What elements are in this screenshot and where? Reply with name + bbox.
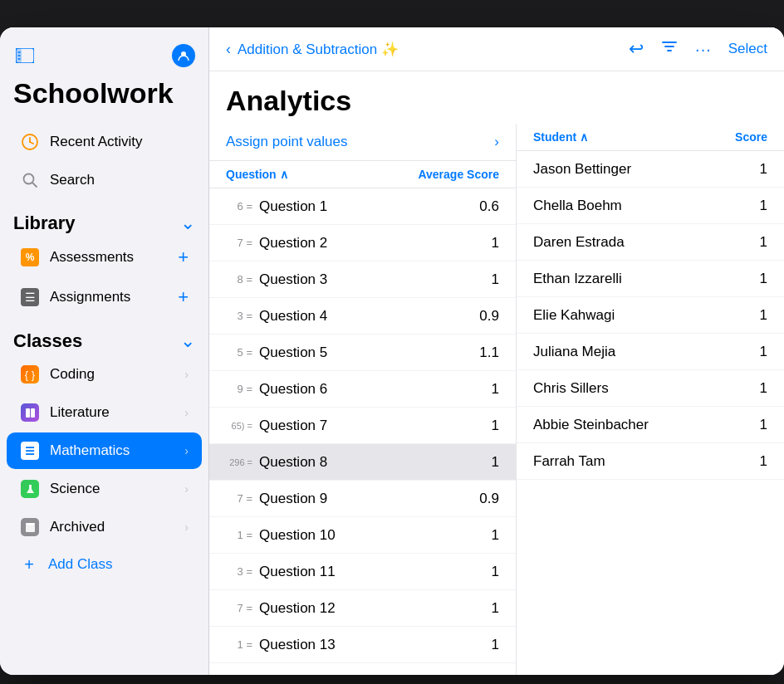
- archived-label: Archived: [50, 519, 174, 535]
- mathematics-label: Mathematics: [50, 442, 174, 459]
- question-row[interactable]: 65) = Question 7 1: [209, 408, 516, 444]
- assessments-label: Assessments: [50, 249, 168, 266]
- assessments-icon: %: [20, 247, 40, 267]
- question-score: 1: [492, 637, 499, 653]
- assign-point-values-row[interactable]: Assign point values ›: [209, 124, 516, 161]
- question-row[interactable]: 7 = Question 2 1: [209, 225, 516, 261]
- add-class-label: Add Class: [48, 556, 112, 573]
- student-name: Ethan Izzarelli: [533, 271, 760, 287]
- student-score: 1: [760, 198, 767, 214]
- sidebar-toggle-icon[interactable]: [13, 44, 37, 67]
- coding-icon: { }: [20, 364, 40, 384]
- undo-icon[interactable]: ↩: [629, 38, 644, 60]
- student-score: 1: [760, 380, 767, 397]
- question-score: 1: [492, 564, 499, 580]
- sidebar-item-coding[interactable]: { } Coding ›: [7, 356, 202, 393]
- question-row[interactable]: 1 = Question 10 1: [209, 517, 516, 554]
- question-prefix: 5 =: [226, 346, 259, 359]
- add-class-plus-icon: +: [20, 555, 38, 574]
- sidebar-item-assessments[interactable]: % Assessments +: [7, 238, 202, 276]
- assign-chevron-icon: ›: [494, 134, 499, 150]
- back-label: Addition & Subtraction ✨: [238, 41, 399, 58]
- student-row[interactable]: Abbie Steinbacher 1: [517, 407, 784, 443]
- sidebar-header: [0, 27, 208, 74]
- student-row[interactable]: Chris Sillers 1: [517, 370, 784, 407]
- student-row[interactable]: Jason Bettinger 1: [517, 151, 784, 188]
- questions-list: 6 = Question 1 0.6 7 = Question 2 1 8 = …: [209, 188, 516, 675]
- student-score: 1: [760, 344, 767, 360]
- question-name: Question 13: [259, 637, 492, 653]
- mathematics-icon: ☰: [20, 441, 40, 461]
- question-name: Question 8: [259, 454, 492, 471]
- student-name: Abbie Steinbacher: [533, 417, 760, 433]
- question-prefix: 3 =: [226, 310, 259, 322]
- sidebar-item-search[interactable]: Search: [7, 162, 202, 198]
- score-column-header: Score: [735, 130, 767, 144]
- question-column-header[interactable]: Question ∧: [226, 168, 418, 181]
- student-name: Farrah Tam: [533, 453, 760, 470]
- question-row[interactable]: 5 = Question 5 1.1: [209, 335, 516, 371]
- add-assignment-icon[interactable]: +: [178, 286, 189, 308]
- student-name: Chella Boehm: [533, 198, 760, 214]
- account-icon[interactable]: [172, 44, 195, 67]
- student-row[interactable]: Farrah Tam 1: [517, 443, 784, 480]
- question-row-selected[interactable]: 296 = Question 8 1: [209, 444, 516, 481]
- question-name: Question 6: [259, 381, 492, 398]
- question-row[interactable]: 3 = Question 11 1: [209, 554, 516, 590]
- sort-icon: ∧: [280, 168, 288, 181]
- classes-collapse-icon[interactable]: ⌄: [180, 330, 195, 352]
- sidebar-item-recent[interactable]: Recent Activity: [7, 124, 202, 160]
- sidebar-item-literature[interactable]: Literature ›: [7, 394, 202, 431]
- sidebar-item-assignments[interactable]: ☰ Assignments +: [7, 278, 202, 316]
- student-row[interactable]: Juliana Mejia 1: [517, 334, 784, 370]
- student-score: 1: [760, 453, 767, 470]
- library-collapse-icon[interactable]: ⌄: [180, 213, 195, 234]
- back-button[interactable]: ‹ Addition & Subtraction ✨: [226, 41, 399, 58]
- student-column-header[interactable]: Student ∧: [533, 130, 735, 144]
- question-row[interactable]: 3 = Question 4 0.9: [209, 298, 516, 335]
- question-row[interactable]: 8 = Question 3 1: [209, 261, 516, 298]
- score-header-label: Score: [735, 130, 767, 144]
- question-row[interactable]: 7 = Question 9 0.9: [209, 481, 516, 517]
- question-prefix: 65) =: [226, 421, 259, 431]
- question-score: 1: [492, 600, 499, 617]
- student-score: 1: [760, 307, 767, 324]
- select-button[interactable]: Select: [728, 41, 767, 57]
- students-table-header: Student ∧ Score: [517, 124, 784, 151]
- add-class-item[interactable]: + Add Class: [7, 547, 202, 582]
- add-assessment-icon[interactable]: +: [178, 247, 189, 268]
- sidebar-item-science[interactable]: Science ›: [7, 471, 202, 507]
- science-chevron-icon: ›: [184, 482, 189, 496]
- question-prefix: 1 =: [226, 638, 259, 651]
- student-row[interactable]: Chella Boehm 1: [517, 188, 784, 224]
- question-row[interactable]: 7 = Question 12 1: [209, 590, 516, 627]
- svg-rect-12: [31, 408, 35, 418]
- question-row[interactable]: 1 = Question 13 1: [209, 627, 516, 663]
- student-header-label: Student: [533, 130, 576, 144]
- back-chevron-icon: ‹: [226, 41, 231, 58]
- student-row[interactable]: Daren Estrada 1: [517, 224, 784, 261]
- question-row[interactable]: 9 = Question 6 1: [209, 371, 516, 408]
- student-row[interactable]: Ethan Izzarelli 1: [517, 261, 784, 297]
- question-name: Question 3: [259, 271, 492, 288]
- sidebar-item-archived[interactable]: Archived ›: [7, 509, 202, 545]
- question-score: 0.9: [479, 491, 499, 507]
- filter-icon[interactable]: [660, 37, 679, 61]
- question-score: 0.6: [479, 198, 499, 215]
- question-prefix: 6 =: [226, 200, 259, 213]
- literature-icon: [20, 403, 40, 423]
- student-score: 1: [760, 234, 767, 251]
- student-row[interactable]: Elie Kahwagi 1: [517, 297, 784, 334]
- student-name: Chris Sillers: [533, 380, 760, 397]
- science-label: Science: [50, 481, 174, 497]
- literature-chevron-icon: ›: [184, 406, 189, 419]
- svg-rect-11: [26, 408, 30, 418]
- more-icon[interactable]: ···: [695, 40, 712, 59]
- question-row[interactable]: 6 = Question 1 0.6: [209, 188, 516, 225]
- assign-label: Assign point values: [226, 134, 347, 150]
- science-icon: [20, 479, 40, 499]
- question-prefix: 7 =: [226, 492, 259, 505]
- question-name: Question 2: [259, 235, 492, 252]
- right-panel: Student ∧ Score Jason Bettinger 1 Chella…: [517, 124, 784, 675]
- sidebar-item-mathematics[interactable]: ☰ Mathematics ›: [7, 432, 202, 469]
